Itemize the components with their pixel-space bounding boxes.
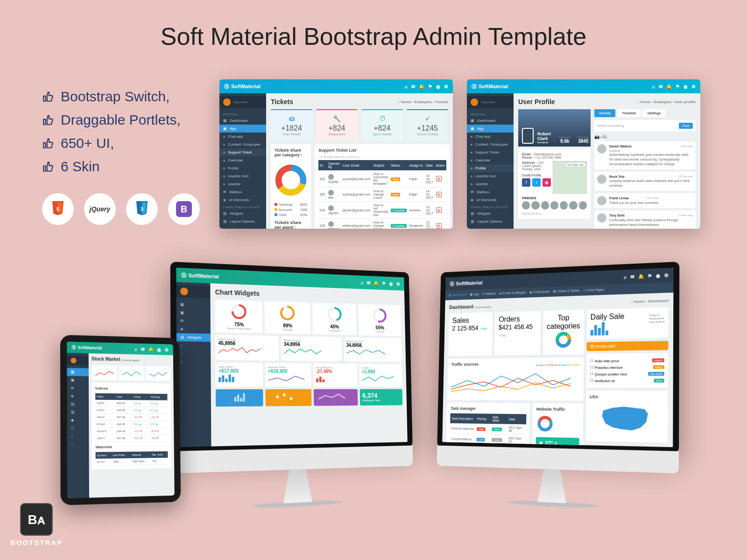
tech-badges: 5 jQuery 3 B bbox=[42, 193, 200, 225]
jquery-badge: jQuery bbox=[84, 193, 116, 225]
logo-subtitle: ADMIN TEMPLATE bbox=[10, 546, 63, 550]
sidebar-item-userlist[interactable]: Userlist Grid bbox=[219, 172, 266, 180]
nav-item[interactable]: ◆ UI Elements bbox=[529, 290, 550, 294]
mail-icon[interactable]: ✉ bbox=[411, 84, 415, 89]
legend-item: Other3254 bbox=[275, 212, 307, 217]
table-row[interactable]: MGHTY236.49-3.1 ▼-0.4 ▼ bbox=[95, 427, 168, 435]
nav-item[interactable]: ◈ Forms & Widgets bbox=[500, 291, 526, 295]
tab-timeline[interactable]: Timeline bbox=[617, 109, 641, 117]
svg-text:5: 5 bbox=[56, 206, 59, 212]
table-row[interactable]: POIUF496.255.2 ▲0.5 ▲ bbox=[95, 420, 168, 427]
table-row[interactable]: CompensationsLowClose2017-Apr-10 bbox=[450, 434, 526, 446]
table-row[interactable]: 001 Sophiasophia@gmail.comHow to customi… bbox=[318, 170, 446, 188]
feed-item: Rock Tele35 min agoUniquely enhance worl… bbox=[594, 172, 696, 191]
profile-cover: Robert ClarkDesigner Followers9.6k Follo… bbox=[518, 109, 591, 147]
gear-icon[interactable]: ⚙ bbox=[444, 84, 448, 89]
profile-dashboard: Ⓢ SoftMaterial⌕✉🔔⚑◉⚙ Aditya Birla PERSON… bbox=[467, 79, 700, 229]
donut-chart bbox=[275, 164, 307, 196]
sidebar-section: FORMS, TABLE & LAYOUTS bbox=[219, 204, 266, 210]
sidebar-item-chat[interactable]: Chat app bbox=[219, 133, 266, 140]
feed-item: Frank Lemar1 hour agoThank you for your … bbox=[594, 193, 696, 208]
thumbs-up-icon bbox=[42, 161, 54, 173]
todo-item[interactable]: ☐ Nulla vitae purus urgent bbox=[590, 357, 664, 364]
flag-icon[interactable]: ⚑ bbox=[428, 84, 432, 89]
table-row[interactable]: 025 Williamwilliam@gmail.comHow to chang… bbox=[318, 219, 446, 229]
todo-item[interactable]: ☐ Phasellus interdum today bbox=[590, 364, 664, 371]
tab-activity[interactable]: Activity bbox=[594, 109, 615, 117]
thumbs-up-icon bbox=[42, 114, 54, 126]
sidebar-user[interactable]: Aditya Birla bbox=[219, 96, 266, 108]
sidebar: Aditya Birla PERSONAL ▦ Dashboard ▣ App … bbox=[467, 93, 514, 229]
tickets-dashboard: Ⓢ SoftMaterial ⌕✉🔔⚑◉⚙ Aditya Birla PERSO… bbox=[219, 79, 453, 229]
nav-item[interactable]: ▣ App bbox=[470, 293, 479, 296]
avatar-icon[interactable]: ◉ bbox=[436, 84, 440, 89]
sidebar: Aditya Birla PERSONAL ▦ Dashboard ▣ App … bbox=[219, 93, 266, 229]
instagram-icon[interactable]: ◉ bbox=[543, 178, 551, 187]
sidebar-item-widgets[interactable]: ▤ Widgets bbox=[219, 210, 266, 217]
map[interactable]: View larger map bbox=[553, 161, 587, 194]
delete-button[interactable]: 🗑 bbox=[436, 176, 442, 182]
legend-item: Technical8952 bbox=[275, 202, 307, 207]
logo-text: BOOTSTRAP bbox=[10, 539, 63, 546]
sidebar-item-cal[interactable]: Calendar bbox=[219, 156, 266, 164]
feed-item: Tory Stott2 hours agoContinually drive u… bbox=[594, 210, 696, 229]
brand-logo: Bᴀ BOOTSTRAP ADMIN TEMPLATE bbox=[10, 503, 63, 550]
table-row[interactable]: 002 Miasophia@gmail.comHow to change col… bbox=[318, 188, 446, 202]
app-header: Ⓢ SoftMaterial ⌕✉🔔⚑◉⚙ bbox=[219, 79, 453, 93]
sidebar-item-ticket[interactable]: Support Ticket bbox=[219, 148, 266, 156]
delete-button[interactable]: 🗑 bbox=[436, 223, 442, 229]
table-row[interactable]: HGFV236.892.4 ▲0.7 ▲ bbox=[95, 406, 168, 413]
nav-item[interactable]: ▦ Dashboard bbox=[449, 293, 467, 297]
nav-item[interactable]: ✉ Mailbox bbox=[482, 292, 496, 296]
facebook-icon[interactable]: f bbox=[522, 178, 530, 187]
sidebar-item-mailbox[interactable]: ✉ Mailbox bbox=[219, 188, 266, 196]
table-row[interactable]: ASMT563.255.2 ▲0.5 ▲ bbox=[95, 400, 167, 407]
nav-item[interactable]: ▤ Charts & Tables bbox=[553, 289, 580, 294]
table-row[interactable]: 024 Jaydenjayden@gmail.comHow to set Hor… bbox=[318, 202, 446, 219]
table-row[interactable]: JNHG957.56-4.2 ▼-0.2 ▼ bbox=[95, 413, 168, 420]
delete-button[interactable]: 🗑 bbox=[436, 207, 442, 213]
feed-item: Daniel Watson3 min agoDesignerAuthoritat… bbox=[594, 141, 696, 169]
svg-text:B: B bbox=[181, 204, 187, 214]
sidebar-item-ui[interactable]: ◈ UI Elements bbox=[219, 196, 266, 204]
sidebar-item-userlist2[interactable]: Userlist bbox=[219, 180, 266, 188]
sidebar-section: PERSONAL bbox=[219, 111, 266, 117]
todo-item[interactable]: ☐ Quisque sodales risus this week bbox=[590, 371, 664, 378]
sidebar-item-app[interactable]: ▣ App bbox=[219, 125, 266, 133]
table-row[interactable]: Perform internalsHighOpen2017-Apr-08 bbox=[450, 423, 526, 435]
page-title: Tickets bbox=[271, 98, 293, 105]
sidebar-item-layout[interactable]: ▥ Layout Options bbox=[219, 217, 266, 225]
twitter-icon[interactable]: t bbox=[532, 178, 541, 187]
todo-item[interactable]: ☐ Vestibulum sit done bbox=[590, 377, 664, 384]
chart-category-title: Tickets share per category : bbox=[275, 148, 307, 157]
bootstrap-badge: B bbox=[168, 193, 200, 225]
top-categories: Top categories bbox=[543, 309, 584, 355]
brand[interactable]: Ⓢ SoftMaterial bbox=[224, 83, 261, 90]
feature-item: 650+ UI, bbox=[42, 135, 200, 151]
post-button[interactable]: Post bbox=[679, 123, 693, 129]
post-input[interactable]: Write somethingPost bbox=[594, 120, 696, 132]
stat-open: ⏱+824Open Tickets bbox=[361, 109, 403, 140]
hero-title: Soft Material Bootstrap Admin Template bbox=[0, 0, 747, 69]
tab-settings[interactable]: Settings bbox=[642, 109, 665, 117]
table-row[interactable]: NYTH78967830.5625724 bbox=[96, 458, 168, 466]
table-row[interactable]: QWTY957.56-5.2 ▼-0.9 ▼ bbox=[96, 434, 168, 442]
profile-avatar bbox=[522, 128, 534, 144]
feature-item: 6 Skin bbox=[42, 159, 200, 175]
stat-closed: ✓+1245Closed Tickets bbox=[407, 109, 448, 140]
bell-icon[interactable]: 🔔 bbox=[419, 84, 424, 89]
delete-button[interactable]: 🗑 bbox=[436, 192, 442, 197]
search-icon[interactable]: ⌕ bbox=[405, 84, 408, 89]
imac-left: Ⓢ SoftMaterial⌕✉🔔⚑◉⚙ ▦▣✉◈ ▤ Widgets ○○○ … bbox=[170, 262, 414, 512]
breadcrumb: ⌂ Home › Examples › Tickets bbox=[398, 100, 448, 104]
nav-item[interactable]: ◇ Extra Pages bbox=[583, 288, 604, 293]
daily-sale: Daily Sale Today ▾Yesterday ▾Last week ▾ bbox=[586, 307, 668, 339]
sidebar-item-profile[interactable]: Profile bbox=[219, 164, 266, 172]
feature-item: Draggable Portlets, bbox=[42, 112, 200, 128]
chart-agent-title: Tickets share per agent : bbox=[275, 220, 307, 229]
sidebar-item-dashboard[interactable]: ▦ Dashboard bbox=[219, 117, 266, 125]
sidebar-item-contact[interactable]: Contact / Employee bbox=[219, 140, 266, 148]
feature-item: Bootstrap Switch, bbox=[42, 89, 200, 105]
usa-map bbox=[589, 402, 664, 436]
stat-responded: 🔧+824Responded bbox=[316, 109, 358, 140]
